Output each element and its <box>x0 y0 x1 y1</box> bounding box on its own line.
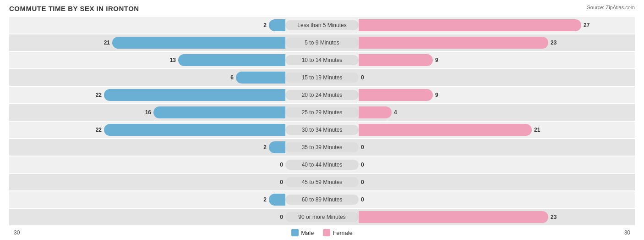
male-value: 22 <box>96 92 102 98</box>
female-bar <box>359 54 433 66</box>
chart-container: COMMUTE TIME BY SEX IN IRONTON Source: Z… <box>9 5 635 236</box>
male-bar <box>269 19 285 31</box>
male-value: 0 <box>280 162 283 168</box>
female-value: 9 <box>435 92 438 98</box>
row-label: 90 or more Minutes <box>285 212 359 222</box>
male-value: 16 <box>145 109 151 116</box>
male-bar <box>112 37 285 49</box>
male-bar <box>269 141 285 153</box>
row-label: 30 to 34 Minutes <box>285 125 359 135</box>
chart-header: COMMUTE TIME BY SEX IN IRONTON Source: Z… <box>9 5 635 12</box>
row-label: 20 to 24 Minutes <box>285 90 359 100</box>
axis-max-label: 30 <box>624 229 630 236</box>
row-label: 45 to 59 Minutes <box>285 177 359 187</box>
male-value: 0 <box>280 214 283 220</box>
chart-title: COMMUTE TIME BY SEX IN IRONTON <box>9 5 139 12</box>
female-value: 21 <box>534 127 540 133</box>
female-value: 0 <box>361 144 364 151</box>
bar-row: 2Less than 5 Minutes27 <box>9 17 635 33</box>
male-value: 6 <box>230 74 234 81</box>
bar-row: 615 to 19 Minutes0 <box>9 69 635 86</box>
male-bar <box>153 106 285 118</box>
male-bar <box>178 54 285 66</box>
chart-footer: 30 Male Female 30 <box>9 229 635 236</box>
female-legend-label: Female <box>333 229 352 236</box>
female-value: 0 <box>361 179 364 185</box>
bar-row: 040 to 44 Minutes0 <box>9 156 635 173</box>
female-value: 23 <box>551 214 557 220</box>
female-value: 0 <box>361 196 364 203</box>
row-label: 5 to 9 Minutes <box>285 38 359 48</box>
female-legend-box <box>323 229 330 236</box>
female-bar <box>359 19 581 31</box>
row-label: 40 to 44 Minutes <box>285 160 359 170</box>
female-bar <box>359 106 392 118</box>
male-value: 22 <box>96 127 102 133</box>
bar-row: 260 to 89 Minutes0 <box>9 191 635 208</box>
row-label: Less than 5 Minutes <box>285 20 359 30</box>
bar-row: 2230 to 34 Minutes21 <box>9 122 635 138</box>
female-bar <box>359 211 548 223</box>
male-value: 2 <box>263 144 267 151</box>
bar-row: 1625 to 29 Minutes4 <box>9 104 635 121</box>
axis-min-label: 30 <box>14 229 20 236</box>
female-bar <box>359 89 433 101</box>
male-bar <box>269 194 285 206</box>
row-label: 60 to 89 Minutes <box>285 195 359 205</box>
female-value: 4 <box>394 109 397 116</box>
male-value: 13 <box>170 57 176 63</box>
female-value: 23 <box>551 39 557 46</box>
legend-male: Male <box>291 229 314 236</box>
female-value: 0 <box>361 74 364 81</box>
chart-rows: 2Less than 5 Minutes27215 to 9 Minutes23… <box>9 17 635 225</box>
male-value: 2 <box>263 196 267 203</box>
female-value: 9 <box>435 57 438 63</box>
female-bar <box>359 124 532 136</box>
female-bar <box>359 37 548 49</box>
bar-row: 090 or more Minutes23 <box>9 209 635 225</box>
row-label: 10 to 14 Minutes <box>285 55 359 65</box>
row-label: 25 to 29 Minutes <box>285 107 359 117</box>
male-legend-box <box>291 229 299 236</box>
female-value: 27 <box>584 22 589 28</box>
bar-row: 2220 to 24 Minutes9 <box>9 87 635 103</box>
bar-row: 045 to 59 Minutes0 <box>9 174 635 190</box>
male-value: 0 <box>280 179 283 185</box>
row-label: 15 to 19 Minutes <box>285 73 359 83</box>
bar-row: 235 to 39 Minutes0 <box>9 139 635 156</box>
bar-row: 1310 to 14 Minutes9 <box>9 52 635 68</box>
male-bar <box>104 124 285 136</box>
male-value: 2 <box>263 22 267 28</box>
female-value: 0 <box>361 162 364 168</box>
legend-female: Female <box>323 229 352 236</box>
chart-source: Source: ZipAtlas.com <box>587 5 635 10</box>
male-bar <box>104 89 285 101</box>
male-bar <box>236 72 285 84</box>
male-legend-label: Male <box>301 229 314 236</box>
legend: Male Female <box>291 229 353 236</box>
row-label: 35 to 39 Minutes <box>285 142 359 152</box>
male-value: 21 <box>104 39 110 46</box>
bar-row: 215 to 9 Minutes23 <box>9 34 635 51</box>
